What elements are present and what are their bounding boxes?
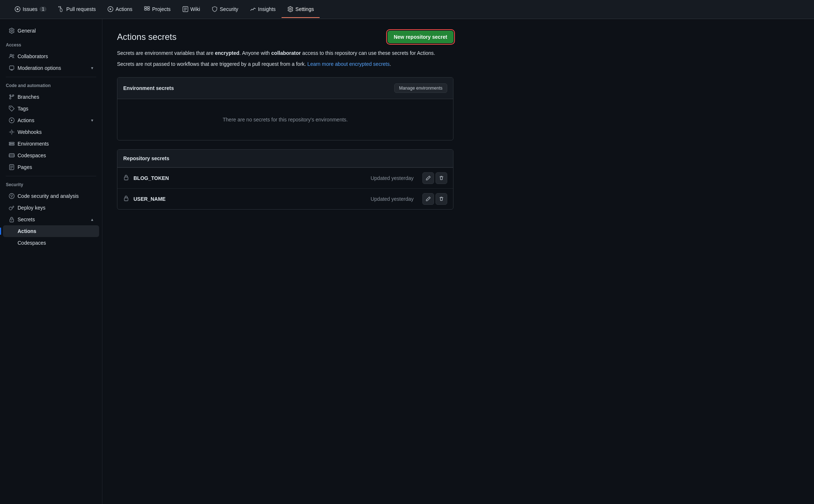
svg-rect-39 [124,198,128,201]
svg-marker-22 [11,120,13,121]
environment-secrets-section: Environment secrets Manage environments … [117,77,453,140]
env-secrets-title: Environment secrets [123,85,174,91]
nav-pull-requests-label: Pull requests [66,6,96,12]
main-layout: General Access Collaborators Moderation … [0,19,814,504]
security-icon [212,6,218,12]
sidebar-secrets-codespaces-label: Codespaces [18,240,93,246]
sidebar-environments-label: Environments [18,141,93,147]
svg-point-12 [10,54,12,56]
svg-point-20 [10,107,11,108]
svg-point-37 [11,220,12,221]
nav-security[interactable]: Security [206,1,244,18]
table-row: USER_NAME Updated yesterday [117,188,453,209]
secrets-chevron-icon: ▴ [91,217,93,222]
nav-actions-label: Actions [116,6,132,12]
issues-badge: 1 [39,7,46,12]
webhooks-icon [9,129,15,135]
new-repository-secret-button[interactable]: New repository secret [388,31,453,43]
sidebar-item-collaborators[interactable]: Collaborators [3,50,99,62]
nav-issues[interactable]: Issues 1 [9,1,52,18]
nav-insights[interactable]: Insights [244,1,282,18]
edit-secret-1-button[interactable] [422,193,434,205]
tags-icon [9,106,15,112]
svg-point-34 [9,193,14,199]
sidebar-collaborators-label: Collaborators [18,53,93,59]
svg-rect-29 [9,155,14,157]
page-title: Actions secrets [117,32,177,42]
moderation-icon [9,65,15,71]
env-empty-state: There are no secrets for this repository… [117,99,453,140]
nav-projects[interactable]: Projects [138,1,177,18]
sidebar-item-codespaces[interactable]: Codespaces [3,150,99,161]
lock-icon [123,174,129,181]
svg-rect-4 [144,7,147,8]
repository-secrets-section: Repository secrets BLOG_TOKEN Updated ye… [117,149,453,210]
svg-point-23 [11,131,13,133]
sidebar-item-secrets[interactable]: Secrets ▴ [3,214,99,225]
sidebar-item-secrets-actions[interactable]: Actions [3,225,99,237]
secret-actions-1 [421,193,447,205]
nav-actions[interactable]: Actions [102,1,138,18]
sidebar-item-branches[interactable]: Branches [3,91,99,103]
learn-more-link[interactable]: Learn more about encrypted secrets [308,61,390,67]
nav-pull-requests[interactable]: Pull requests [52,1,102,18]
pages-icon [9,164,15,170]
sidebar-item-general[interactable]: General [3,25,99,37]
env-secrets-header: Environment secrets Manage environments [117,78,453,99]
delete-secret-1-button[interactable] [436,193,447,205]
sidebar-divider-1 [6,77,96,77]
pull-requests-icon [58,6,64,12]
sidebar-security-section: Security [0,179,102,190]
actions-sidebar-icon [9,117,15,123]
svg-point-1 [17,8,19,10]
sidebar-item-webhooks[interactable]: Webhooks [3,126,99,138]
nav-issues-label: Issues [23,6,37,12]
svg-point-27 [10,144,11,145]
repo-secrets-title: Repository secrets [123,155,169,161]
nav-settings-label: Settings [295,6,314,12]
manage-environments-button[interactable]: Manage environments [394,83,447,93]
nav-wiki-label: Wiki [191,6,200,12]
nav-settings[interactable]: Settings [282,1,320,18]
sidebar-branches-label: Branches [18,94,93,100]
collaborators-icon [9,53,15,59]
main-content: Actions secrets New repository secret Se… [102,19,468,504]
svg-rect-5 [147,7,150,8]
sidebar-access-section: Access [0,40,102,50]
edit-secret-0-button[interactable] [422,172,434,184]
secret-updated-0: Updated yesterday [370,175,414,181]
sidebar-code-automation-section: Code and automation [0,80,102,91]
settings-icon [287,6,293,12]
secret-name-1: USER_NAME [133,196,366,202]
svg-point-18 [10,98,11,99]
actions-chevron-icon: ▾ [91,118,93,123]
sidebar-general-label: General [18,28,93,34]
nav-wiki[interactable]: Wiki [177,1,206,18]
sidebar-item-environments[interactable]: Environments [3,138,99,150]
sidebar-item-actions[interactable]: Actions ▾ [3,114,99,126]
secrets-icon [9,217,15,222]
description-line2: Secrets are not passed to workflows that… [117,60,453,68]
codespaces-icon [9,153,15,158]
svg-rect-6 [144,9,147,10]
repo-secrets-header: Repository secrets [117,150,453,168]
svg-point-26 [10,143,11,143]
sidebar-item-pages[interactable]: Pages [3,161,99,173]
sidebar-item-secrets-codespaces[interactable]: Codespaces [3,237,99,249]
svg-rect-7 [147,9,150,10]
svg-point-13 [12,54,14,56]
delete-secret-0-button[interactable] [436,172,447,184]
sidebar-item-moderation[interactable]: Moderation options ▾ [3,62,99,74]
code-security-icon [9,193,15,199]
wiki-icon [182,6,188,12]
nav-projects-label: Projects [152,6,171,12]
sidebar-moderation-label: Moderation options [18,65,88,71]
environments-icon [9,141,15,147]
sidebar-item-deploy-keys[interactable]: Deploy keys [3,202,99,214]
insights-icon [250,6,256,12]
sidebar-item-code-security[interactable]: Code security and analysis [3,190,99,202]
description-line1: Secrets are environment variables that a… [117,49,453,57]
sidebar-item-tags[interactable]: Tags [3,103,99,114]
sidebar: General Access Collaborators Moderation … [0,19,102,504]
nav-insights-label: Insights [258,6,276,12]
